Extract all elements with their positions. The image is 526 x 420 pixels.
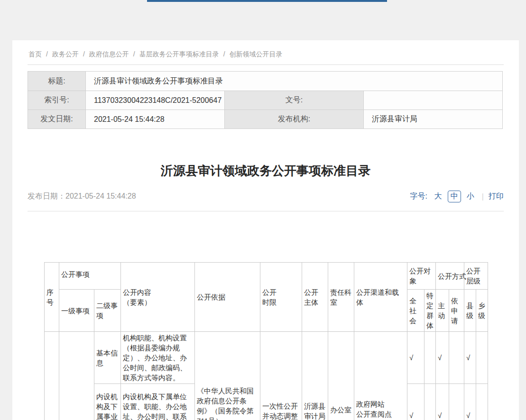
header-time-limit: 公开 时限	[260, 263, 302, 332]
header-level-group: 公开 层级	[464, 263, 488, 290]
breadcrumb-separator: /	[46, 50, 48, 58]
cell-dept: 办公室	[328, 332, 354, 420]
publish-date: 发布日期：2021-05-24 15:44:28	[28, 192, 136, 201]
info-row-date: 发文日期: 2021-05-24 15:44:28 发布机构: 沂源县审计局	[28, 110, 503, 129]
header-audience-specific: 特定群体	[424, 290, 436, 332]
breadcrumb-zhengwu[interactable]: 政务公开	[52, 50, 79, 58]
print-button[interactable]: 打印	[489, 192, 504, 201]
font-size-large-button[interactable]: 大	[432, 191, 445, 202]
header-method-active: 主动	[436, 290, 449, 332]
cell-time-limit: 一次性公开并动态调整	[260, 332, 302, 420]
header-level1: 一级事项	[59, 290, 94, 332]
info-row-index: 索引号: 11370323004223148C/2021-5200647 文号:	[28, 91, 503, 110]
info-label-index-number: 索引号:	[28, 91, 86, 110]
info-label-title: 标题:	[28, 72, 86, 91]
header-channel: 公开渠道和载体	[354, 263, 407, 332]
header-dept: 责任科室	[328, 263, 354, 332]
font-size-label: 字号:	[410, 192, 427, 201]
cell-content-row1: 机构职能、机构设置（根据县委编办规定）、办公地址、办公时间、邮政编码、联系方式等…	[121, 332, 195, 384]
check-audience-specific-row2	[424, 384, 436, 420]
check-method-request-row2	[449, 384, 464, 420]
check-level-town-row1	[476, 332, 488, 384]
article-meta-row: 发布日期：2021-05-24 15:44:28 字号: 大 中 小 | 打印	[28, 191, 504, 211]
header-seq: 序号	[45, 263, 59, 332]
info-value-issue-date: 2021-05-24 15:44:28	[86, 110, 225, 129]
breadcrumb-chuangxin[interactable]: 创新领域公开目录	[230, 50, 283, 58]
font-size-medium-button[interactable]: 中	[448, 191, 461, 202]
info-row-title: 标题: 沂源县审计领域政务公开事项标准目录	[28, 72, 503, 91]
header-audience-all: 全社会	[407, 290, 424, 332]
check-audience-specific-row1	[424, 332, 436, 384]
check-method-request-row1	[449, 332, 464, 384]
header-content: 公开内容 （要素）	[121, 263, 195, 332]
page-title: 沂源县审计领域政务公开事项标准目录	[28, 162, 504, 179]
check-method-active-row2: √	[436, 384, 449, 420]
top-nav-bar-edge	[147, 0, 387, 2]
table-row: 基本信息 机构职能、机构设置（根据县委编办规定）、办公地址、办公时间、邮政编码、…	[45, 332, 488, 384]
header-level-county: 县级	[464, 290, 476, 332]
header-audience-group: 公开对象	[407, 263, 436, 290]
header-method-request: 依申请	[449, 290, 464, 332]
cell-basis: 《中华人民共和国政府信息公开条例》（国务院令第711号）	[195, 332, 260, 420]
check-level-county-row2: √	[464, 384, 476, 420]
info-value-issuing-agency: 沂源县审计局	[364, 110, 503, 129]
check-level-town-row2	[476, 384, 488, 420]
check-method-active-row1: √	[436, 332, 449, 384]
cell-subject: 沂源县审计局	[302, 332, 328, 420]
document-info-table: 标题: 沂源县审计领域政务公开事项标准目录 索引号: 1137032300422…	[28, 71, 503, 129]
breadcrumb-separator: /	[223, 50, 225, 58]
breadcrumb-separator: /	[133, 50, 135, 58]
catalog-table-wrap: 序号 公开事项 公开内容 （要素） 公开依据 公开 时限 公开 主体 责任科室 …	[44, 262, 504, 420]
breadcrumb-xinxi[interactable]: 政府信息公开	[89, 50, 129, 58]
publish-date-label: 发布日期：	[28, 192, 65, 200]
info-label-issue-date: 发文日期:	[28, 110, 86, 129]
publish-date-value: 2021-05-24 15:44:28	[65, 192, 136, 200]
cell-level1	[59, 332, 94, 420]
info-value-title: 沂源县审计领域政务公开事项标准目录	[86, 72, 503, 91]
info-value-index-number: 11370323004223148C/2021-5200647	[86, 91, 225, 110]
font-size-controls: 字号: 大 中 小 | 打印	[410, 191, 504, 202]
header-level2: 二级事项	[94, 290, 121, 332]
check-audience-all-row1: √	[407, 332, 424, 384]
cell-content-row2: 内设机构及下属单位设置、职能、办公地址、办公时间、联系方式、负责人姓名等	[121, 384, 195, 420]
check-audience-all-row2: √	[407, 384, 424, 420]
catalog-header-row-1: 序号 公开事项 公开内容 （要素） 公开依据 公开 时限 公开 主体 责任科室 …	[45, 263, 488, 290]
info-label-issuing-agency: 发布机构:	[225, 110, 364, 129]
check-level-county-row1: √	[464, 332, 476, 384]
breadcrumb-jiceng[interactable]: 基层政务公开事项标准目录	[139, 50, 219, 58]
breadcrumb-separator: /	[83, 50, 85, 58]
content-card: 首页/政务公开/政府信息公开/基层政务公开事项标准目录/创新领域公开目录 标题:…	[12, 40, 519, 420]
header-method-group: 公开方式	[436, 263, 464, 290]
header-basis: 公开依据	[195, 263, 260, 332]
catalog-table: 序号 公开事项 公开内容 （要素） 公开依据 公开 时限 公开 主体 责任科室 …	[44, 262, 488, 420]
header-item-group: 公开事项	[59, 263, 121, 290]
breadcrumb-home[interactable]: 首页	[28, 50, 42, 58]
page: 首页/政务公开/政府信息公开/基层政务公开事项标准目录/创新领域公开目录 标题:…	[0, 0, 526, 420]
font-size-small-button[interactable]: 小	[464, 191, 477, 202]
info-value-doc-number	[364, 91, 503, 110]
header-level-town: 乡级	[476, 290, 488, 332]
cell-level2-row2: 内设机构及下属事业单位	[94, 384, 121, 420]
cell-channel: 政府网站 公开查阅点	[354, 332, 407, 420]
cell-level2-row1: 基本信息	[94, 332, 121, 384]
breadcrumb: 首页/政务公开/政府信息公开/基层政务公开事项标准目录/创新领域公开目录	[28, 40, 504, 65]
info-label-doc-number: 文号:	[225, 91, 364, 110]
header-subject: 公开 主体	[302, 263, 328, 332]
controls-divider: |	[482, 192, 484, 201]
cell-seq	[45, 332, 59, 420]
